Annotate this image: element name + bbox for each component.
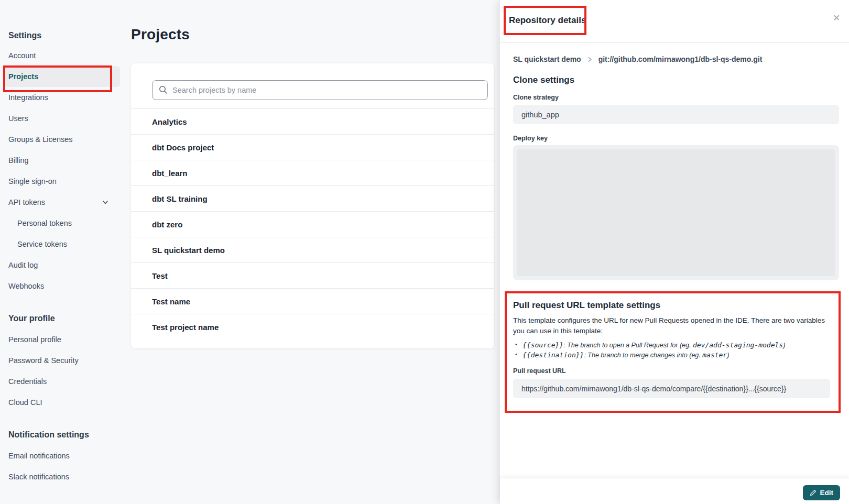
clone-strategy-label: Clone strategy <box>513 94 839 101</box>
project-row[interactable]: Analytics <box>131 108 494 134</box>
sidebar-item-groups-licenses[interactable]: Groups & Licenses <box>0 129 121 150</box>
project-row[interactable]: dbt_learn <box>131 160 494 185</box>
project-rows: Analytics dbt Docs project dbt_learn dbt… <box>131 108 494 339</box>
panel-footer: Edit <box>500 478 849 504</box>
clone-strategy-field[interactable] <box>513 105 839 124</box>
pr-template-variables: {{source}}: The branch to open a Pull Re… <box>513 340 830 360</box>
settings-sidebar: Settings Account Projects Integrations U… <box>0 0 121 504</box>
sidebar-item-billing[interactable]: Billing <box>0 150 121 171</box>
clone-settings-heading: Clone settings <box>513 75 839 85</box>
project-search <box>152 80 488 100</box>
search-icon <box>159 85 168 94</box>
projects-list-card: Analytics dbt Docs project dbt_learn dbt… <box>131 63 494 348</box>
panel-title: Repository details <box>509 15 586 26</box>
pr-variable-source: {{source}}: The branch to open a Pull Re… <box>513 340 830 350</box>
project-row[interactable]: Test project name <box>131 314 494 339</box>
deploy-key-label: Deploy key <box>513 135 839 142</box>
project-row[interactable]: dbt Docs project <box>131 134 494 160</box>
breadcrumb-repo-url: git://github.com/mirnawong1/db-sl-qs-dem… <box>598 55 763 63</box>
edit-button[interactable]: Edit <box>803 485 841 500</box>
sidebar-item-personal-profile[interactable]: Personal profile <box>0 329 121 350</box>
sidebar-item-projects[interactable]: Projects <box>4 66 120 87</box>
breadcrumb-project[interactable]: SL quickstart demo <box>513 55 581 63</box>
sidebar-item-email-notifications[interactable]: Email notifications <box>0 445 121 466</box>
pull-request-template-section: Pull request URL template settings This … <box>505 291 841 413</box>
repository-details-panel: Repository details ✕ SL quickstart demo … <box>500 0 849 504</box>
project-row[interactable]: SL quickstart demo <box>131 237 494 262</box>
sidebar-heading-your-profile: Your profile <box>0 308 121 329</box>
breadcrumb: SL quickstart demo git://github.com/mirn… <box>513 54 839 64</box>
pr-url-field[interactable] <box>513 379 830 398</box>
sidebar-item-personal-tokens[interactable]: Personal tokens <box>0 213 121 234</box>
sidebar-heading-notification-settings: Notification settings <box>0 424 121 445</box>
deploy-key-field <box>513 145 839 280</box>
pencil-icon <box>810 489 817 496</box>
sidebar-item-single-sign-on[interactable]: Single sign-on <box>0 171 121 192</box>
search-input[interactable] <box>152 80 488 100</box>
deploy-key-redacted-content <box>517 149 835 276</box>
sidebar-item-credentials[interactable]: Credentials <box>0 371 121 392</box>
chevron-down-icon <box>102 199 109 206</box>
sidebar-item-webhooks[interactable]: Webhooks <box>0 276 121 297</box>
pr-template-heading: Pull request URL template settings <box>513 300 830 311</box>
sidebar-item-cloud-cli[interactable]: Cloud CLI <box>0 392 121 413</box>
chevron-right-icon <box>587 57 593 62</box>
sidebar-item-slack-notifications[interactable]: Slack notifications <box>0 466 121 487</box>
pr-url-label: Pull request URL <box>513 367 830 375</box>
panel-body: SL quickstart demo git://github.com/mirn… <box>500 54 849 280</box>
project-row[interactable]: dbt zero <box>131 211 494 237</box>
sidebar-item-users[interactable]: Users <box>0 108 121 129</box>
page-title: Projects <box>131 26 190 43</box>
sidebar-item-account[interactable]: Account <box>0 45 121 66</box>
pr-template-description: This template configures the URL for new… <box>513 315 830 336</box>
sidebar-heading-settings: Settings <box>0 26 121 45</box>
project-row[interactable]: dbt SL training <box>131 185 494 211</box>
sidebar-item-service-tokens[interactable]: Service tokens <box>0 234 121 255</box>
sidebar-item-audit-log[interactable]: Audit log <box>0 255 121 276</box>
pr-variable-destination: {{destination}}: The branch to merge cha… <box>513 350 830 360</box>
project-row[interactable]: Test name <box>131 288 494 314</box>
panel-header: Repository details ✕ <box>500 0 849 43</box>
project-row[interactable]: Test <box>131 262 494 288</box>
sidebar-item-password-security[interactable]: Password & Security <box>0 350 121 371</box>
close-icon[interactable]: ✕ <box>831 12 842 24</box>
sidebar-item-integrations[interactable]: Integrations <box>0 87 121 108</box>
sidebar-item-api-tokens[interactable]: API tokens <box>0 192 121 213</box>
